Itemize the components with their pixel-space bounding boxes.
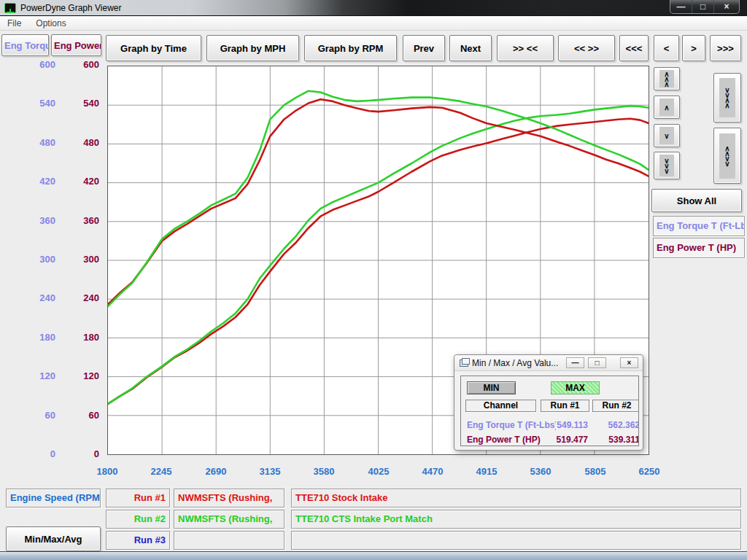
expand-y-range-button[interactable]: ∧∧∨∨ — [713, 128, 741, 184]
run2-dyno-field: NWMSFTS (Rushing, — [174, 510, 285, 529]
y-tick-label-torque: 180 — [12, 332, 55, 343]
min-toggle-button[interactable]: MIN — [467, 381, 516, 394]
run3-dyno-field — [174, 531, 285, 550]
minmax-minimize-icon[interactable]: — — [566, 357, 584, 368]
menu-options[interactable]: Options — [28, 18, 73, 28]
y-tick-label-power: 240 — [55, 292, 99, 303]
scroll-down-fast-button[interactable]: ∨∨∨ — [654, 152, 680, 179]
y-tick-label-power: 0 — [55, 448, 99, 459]
y-tick-label-power: 600 — [55, 59, 99, 70]
y-tick-label-torque: 540 — [12, 98, 55, 109]
y-tick-label-torque: 480 — [12, 137, 55, 148]
y-tick-label-power: 60 — [55, 410, 99, 421]
y-tick-label-power: 300 — [55, 254, 99, 265]
run2-label: Run #2 — [106, 510, 170, 529]
minmax-title-bar[interactable]: Min / Max / Avg Valu... — □ × — [454, 355, 643, 371]
run1-title-field: TTE710 Stock Intake — [291, 489, 741, 508]
zoom-in-x-button[interactable]: >> << — [497, 35, 554, 61]
x-tick-label: 5360 — [515, 466, 566, 477]
run3-title-field — [291, 531, 741, 550]
scroll-up-button[interactable]: ∧ — [654, 96, 680, 119]
y-tick-label-torque: 0 — [12, 448, 55, 459]
minmax-window-icon — [460, 359, 468, 367]
scroll-up-fast-button[interactable]: ∧∧∧ — [654, 67, 680, 90]
x-tick-label: 2245 — [136, 466, 187, 477]
x-tick-label: 3135 — [244, 466, 295, 477]
torque-run1-max-value: 549.113 — [543, 420, 588, 430]
minmax-restore-icon[interactable]: □ — [588, 357, 606, 368]
y-tick-label-torque: 600 — [12, 59, 55, 70]
minmax-content: MIN MAX Channel Run #1 Run #2 Eng Torque… — [460, 376, 639, 446]
window-caption-buttons: — □ × — [670, 0, 740, 14]
torque-run2-max-value: 562.362 — [595, 420, 639, 430]
run2-column-header: Run #2 — [592, 400, 639, 412]
graph-by-time-button[interactable]: Graph by Time — [106, 35, 201, 61]
collapse-y-range-button[interactable]: ∨∨∧∧ — [713, 73, 741, 122]
x-tick-label: 4915 — [461, 466, 512, 477]
y-tick-label-torque: 240 — [12, 292, 55, 303]
power-channel-selector[interactable]: Eng Power T (HP) — [653, 238, 745, 258]
x-tick-label: 4470 — [407, 466, 458, 477]
y-tick-label-power: 480 — [55, 137, 99, 148]
y-tick-label-power: 180 — [55, 332, 99, 343]
max-toggle-button[interactable]: MAX — [551, 381, 600, 394]
y-tick-label-torque: 300 — [12, 254, 55, 265]
chevron-down-icon: ∨ — [664, 133, 669, 139]
x-tick-label: 5805 — [570, 466, 621, 477]
chevron-up-icon: ∧ — [724, 103, 729, 108]
torque-axis-channel-button[interactable]: Eng Torque T — [1, 34, 49, 56]
scroll-right-fast-button[interactable]: >>> — [710, 35, 741, 61]
chevron-up-icon: ∧ — [664, 105, 669, 110]
y-tick-label-power: 420 — [55, 176, 99, 187]
show-all-button[interactable]: Show All — [651, 189, 742, 212]
minmax-close-icon[interactable]: × — [620, 357, 638, 368]
run1-label: Run #1 — [106, 489, 170, 508]
x-tick-label: 2690 — [190, 466, 241, 477]
y-tick-label-power: 120 — [55, 370, 99, 381]
maximize-icon[interactable]: □ — [692, 0, 714, 13]
chevron-down-icon: ∨ — [724, 161, 729, 166]
minimize-icon[interactable]: — — [670, 0, 692, 13]
x-tick-label: 3580 — [298, 466, 349, 477]
y-tick-label-power: 540 — [55, 98, 99, 109]
scroll-right-button[interactable]: > — [682, 35, 705, 61]
y-tick-label-power: 360 — [55, 215, 99, 226]
y-tick-label-torque: 60 — [12, 410, 55, 421]
x-axis-channel-field[interactable]: Engine Speed (RPM) — [6, 489, 101, 508]
powerdyne-app-window: { "window": { "title": "PowerDyne Graph … — [0, 0, 747, 560]
run1-column-header: Run #1 — [541, 400, 589, 412]
x-tick-label: 6250 — [624, 466, 675, 477]
scroll-left-fast-button[interactable]: <<< — [619, 35, 649, 61]
power-axis-channel-button[interactable]: Eng Power T — [51, 34, 101, 56]
window-title: PowerDyne Graph Viewer — [20, 3, 122, 13]
graph-by-rpm-button[interactable]: Graph by RPM — [304, 35, 397, 61]
minmax-avg-button[interactable]: Min/Max/Avg — [6, 526, 101, 551]
x-tick-label: 1800 — [82, 466, 133, 477]
torque-channel-selector[interactable]: Eng Torque T (Ft-Lbs) — [653, 216, 745, 236]
zoom-out-x-button[interactable]: << >> — [558, 35, 615, 61]
close-icon[interactable]: × — [714, 0, 739, 13]
run1-dyno-field: NWMSFTS (Rushing, — [174, 489, 285, 508]
window-bottom-frame — [0, 551, 747, 560]
minmax-values-window: Min / Max / Avg Valu... — □ × MIN MAX Ch… — [454, 354, 643, 451]
y-tick-label-torque: 120 — [12, 370, 55, 381]
chevron-up-icon: ∧ — [664, 82, 669, 87]
menu-file[interactable]: File — [0, 18, 28, 28]
power-run1-max-value: 519.477 — [543, 435, 588, 445]
x-tick-label: 4025 — [353, 466, 404, 477]
y-tick-label-torque: 360 — [12, 215, 55, 226]
scroll-down-button[interactable]: ∨ — [654, 124, 680, 147]
app-icon — [4, 3, 16, 13]
menu-bar: File Options — [0, 17, 747, 31]
channel-column-header: Channel — [465, 400, 536, 412]
y-tick-label-torque: 420 — [12, 176, 55, 187]
run2-title-field: TTE710 CTS Intake Port Match — [291, 510, 741, 529]
prev-button[interactable]: Prev — [403, 35, 445, 61]
next-button[interactable]: Next — [449, 35, 492, 61]
run3-label: Run #3 — [106, 531, 170, 550]
scroll-left-button[interactable]: < — [654, 35, 679, 61]
graph-by-mph-button[interactable]: Graph by MPH — [206, 35, 299, 61]
title-bar: PowerDyne Graph Viewer — □ × — [0, 0, 747, 16]
minmax-window-title: Min / Max / Avg Valu... — [472, 358, 558, 368]
power-run2-max-value: 539.311 — [595, 435, 639, 445]
